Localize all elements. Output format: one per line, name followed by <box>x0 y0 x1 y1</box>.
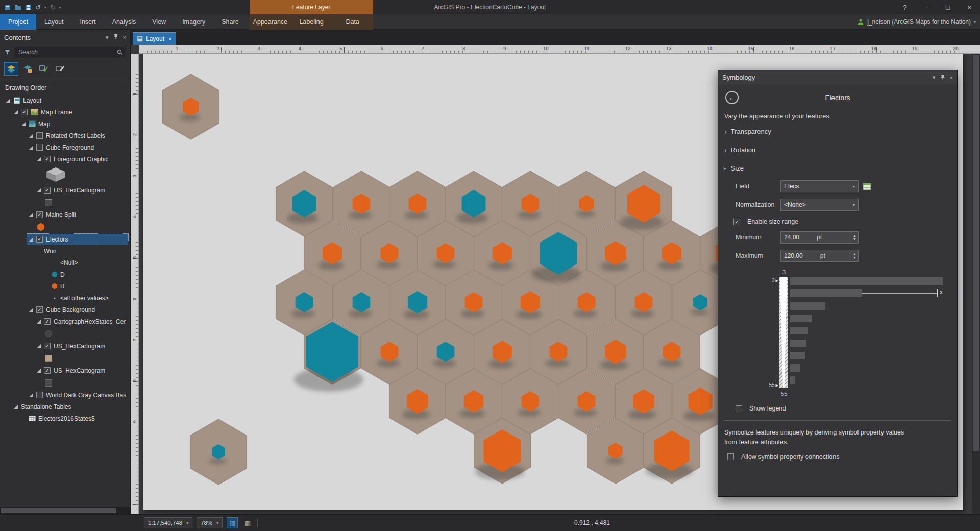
tree-item-cube-background[interactable]: ✓Cube Background <box>0 304 130 316</box>
tree-expander-icon[interactable] <box>37 369 41 373</box>
section-transparency[interactable]: › Transparency <box>718 122 957 140</box>
normalization-select[interactable]: <None> ▾ <box>780 199 859 211</box>
ribbon-tab-layout[interactable]: Layout <box>36 14 72 30</box>
contents-horizontal-scrollbar[interactable] <box>0 507 130 514</box>
tree-item-world-dark-gray-canvas-base[interactable]: World Dark Gray Canvas Base <box>0 389 130 401</box>
tree-item-cartographhexstates-centro[interactable]: ✓CartographHexStates_Centro <box>0 316 130 327</box>
field-select[interactable]: Elecs ▾ <box>780 180 859 192</box>
map-scale-select[interactable]: 1:17,540,748 ▾ <box>144 517 192 528</box>
tree-expander-icon[interactable] <box>29 134 33 138</box>
close-button[interactable]: × <box>959 0 980 14</box>
list-by-drawing-order-icon[interactable] <box>4 62 18 76</box>
layer-visibility-checkbox[interactable]: ✓ <box>44 367 51 374</box>
help-button[interactable]: ? <box>894 0 916 14</box>
expression-button[interactable] <box>863 183 871 190</box>
layer-visibility-checkbox[interactable] <box>36 132 43 139</box>
ribbon-tab-appearance[interactable]: Appearance <box>250 14 291 30</box>
tree-item-us-hexcartogram[interactable]: ✓US_HexCartogram <box>0 184 130 196</box>
tree-item-standalone-tables[interactable]: Standalone Tables <box>0 401 130 413</box>
ribbon-tab-imagery[interactable]: Imagery <box>174 14 213 30</box>
tree-item-us-hexcartogram[interactable]: ✓US_HexCartogram <box>0 365 130 376</box>
tree-expander-icon[interactable] <box>14 110 18 114</box>
tree-expander-icon[interactable] <box>29 146 33 150</box>
tree-item-foreground-graphic[interactable]: ✓Foreground Graphic <box>0 153 130 165</box>
maximum-input[interactable]: 120.00 pt ▲▼ <box>780 250 859 262</box>
save-icon[interactable] <box>25 4 32 11</box>
upper-handle[interactable]: 3▶ <box>763 278 778 283</box>
qat-customize-icon[interactable]: ▾ <box>59 5 61 10</box>
list-by-source-icon[interactable] <box>20 62 35 76</box>
ribbon-tab-view[interactable]: View <box>144 14 174 30</box>
tree-item-r[interactable]: R <box>0 280 130 292</box>
layer-swatch-cube[interactable] <box>0 165 130 184</box>
layer-visibility-checkbox[interactable]: ✓ <box>44 156 51 162</box>
ribbon-tab-insert[interactable]: Insert <box>71 14 104 30</box>
filter-icon[interactable] <box>4 49 11 55</box>
layer-visibility-checkbox[interactable]: ✓ <box>44 187 51 194</box>
new-project-icon[interactable] <box>4 4 11 11</box>
tree-item-map[interactable]: Map <box>0 118 130 130</box>
tree-item-layout[interactable]: Layout <box>0 94 130 106</box>
pin-icon[interactable] <box>940 74 945 81</box>
tree-expander-icon[interactable] <box>29 308 33 312</box>
layer-visibility-checkbox[interactable]: ✓ <box>36 236 43 243</box>
tree-expander-icon[interactable] <box>37 157 41 161</box>
tree-expander-icon[interactable] <box>37 344 41 348</box>
redo-icon[interactable]: ↻ <box>50 4 56 11</box>
tree-expander-icon[interactable] <box>14 405 18 409</box>
ribbon-tab-labeling[interactable]: Labeling <box>291 14 332 30</box>
back-button[interactable]: ← <box>725 91 739 104</box>
maximize-button[interactable]: □ <box>937 0 959 14</box>
tree-item-rotated-offest-labels[interactable]: Rotated Offest Labels <box>0 130 130 141</box>
layer-visibility-checkbox[interactable]: ✓ <box>21 109 28 115</box>
open-project-icon[interactable] <box>14 4 21 10</box>
lower-handle[interactable]: 55▶ <box>760 382 778 388</box>
section-size[interactable]: › Size <box>718 159 957 177</box>
tree-expander-icon[interactable] <box>29 393 33 397</box>
tree-expander-icon[interactable] <box>37 188 41 192</box>
list-by-editing-icon[interactable] <box>53 62 67 76</box>
pane-menu-icon[interactable]: ▾ <box>933 74 936 81</box>
layer-visibility-checkbox[interactable]: ✓ <box>36 211 43 218</box>
tree-expander-icon[interactable] <box>29 213 33 217</box>
tree-item-cube-foreground[interactable]: Cube Foreground <box>0 141 130 153</box>
enable-size-range-checkbox[interactable]: ✓ <box>733 219 740 225</box>
tree-item-electors[interactable]: ✓Electors <box>0 233 130 245</box>
layer-visibility-checkbox[interactable] <box>36 392 43 398</box>
search-icon[interactable] <box>117 49 123 57</box>
grid-toggle-icon[interactable]: ▦ <box>242 517 253 528</box>
show-legend-checkbox[interactable] <box>736 405 742 412</box>
ribbon-tab-share[interactable]: Share <box>213 14 247 30</box>
tree-expander-icon[interactable] <box>37 320 41 324</box>
minimum-stepper[interactable]: ▲▼ <box>851 232 858 243</box>
size-range-slider[interactable] <box>779 277 788 388</box>
minimum-input[interactable]: 24.00 pt ▲▼ <box>780 231 859 244</box>
maximum-stepper[interactable]: ▲▼ <box>851 250 858 261</box>
tab-close-icon[interactable]: × <box>168 36 172 42</box>
tree-item-us-hexcartogram[interactable]: ✓US_HexCartogram <box>0 340 130 352</box>
ribbon-tab-data[interactable]: Data <box>332 14 373 30</box>
tree-item-maine-split[interactable]: ✓Maine Split <box>0 209 130 221</box>
layer-swatch-circle-dark[interactable] <box>0 327 130 340</box>
allow-connections-checkbox[interactable] <box>727 453 734 460</box>
undo-icon[interactable]: ↺ <box>35 4 41 11</box>
layer-visibility-checkbox[interactable]: ✓ <box>36 306 43 313</box>
tree-expander-icon[interactable] <box>29 237 33 242</box>
section-rotation[interactable]: › Rotation <box>718 140 957 159</box>
tree-item-d[interactable]: D <box>0 269 130 280</box>
undo-dropdown-icon[interactable]: ▾ <box>44 5 46 10</box>
layer-visibility-checkbox[interactable] <box>36 144 43 151</box>
close-pane-icon[interactable]: × <box>123 34 126 40</box>
tree-item-null[interactable]: <Null> <box>0 257 130 269</box>
close-pane-icon[interactable]: × <box>950 75 953 81</box>
layer-swatch-square-tan[interactable] <box>0 352 130 365</box>
pane-menu-icon[interactable]: ▾ <box>106 34 109 41</box>
vertical-scrollbar[interactable] <box>972 54 980 514</box>
layer-swatch-square-outline[interactable] <box>0 196 130 209</box>
tree-item-all-other-values[interactable]: <all other values> <box>0 292 130 304</box>
zoom-select[interactable]: 78% ▾ <box>197 517 223 528</box>
scrollbar-thumb[interactable] <box>1 508 116 513</box>
layer-visibility-checkbox[interactable]: ✓ <box>44 343 51 349</box>
ribbon-tab-analysis[interactable]: Analysis <box>104 14 144 30</box>
ribbon-tab-project[interactable]: Project <box>0 14 36 30</box>
